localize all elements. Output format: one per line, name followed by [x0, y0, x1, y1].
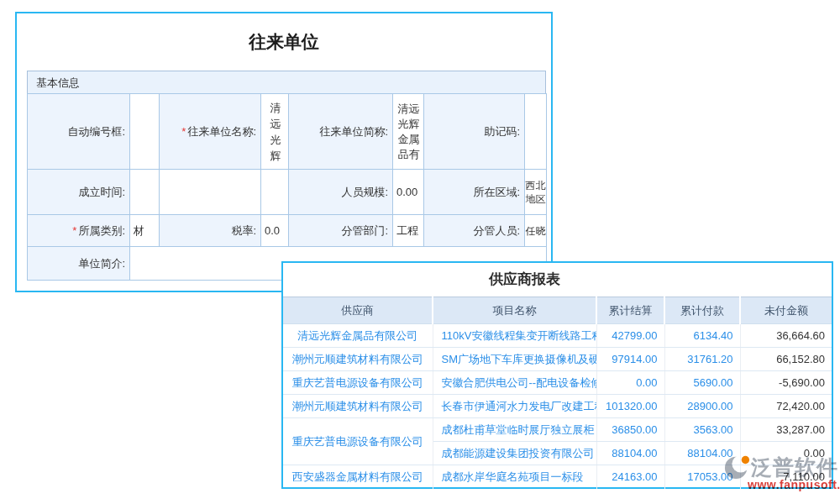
counterparty-form-panel: 往来单位 基本信息 自动编号框: *往来单位名称: 清远光辉 往来单位简称: 清…	[15, 12, 553, 292]
project-cell[interactable]: 110kV安徽线程集变开断线路工程	[433, 324, 596, 348]
empty-cell	[160, 170, 261, 215]
supplier-cell[interactable]: 重庆艺普电源设备有限公司	[283, 371, 433, 395]
manager-field[interactable]: 任晓	[525, 215, 547, 247]
staff-scale-field[interactable]: 0.00	[393, 170, 424, 215]
supplier-cell[interactable]: 清远光辉金属品有限公司	[283, 324, 433, 348]
paid-cell[interactable]: 6134.40	[664, 324, 740, 348]
intro-label: 单位简介:	[28, 247, 130, 281]
region-label: 所在区域:	[424, 170, 525, 215]
unpaid-cell: 72,420.00	[740, 395, 832, 418]
watermark-brand-text: 泛普软件	[751, 454, 838, 480]
basic-info-section: 基本信息 自动编号框: *往来单位名称: 清远光辉 往来单位简称: 清远光辉金属…	[27, 71, 546, 281]
unpaid-cell: 66,152.80	[740, 348, 832, 371]
settled-cell[interactable]: 101320.00	[596, 395, 664, 418]
category-field[interactable]: 材	[130, 215, 160, 247]
paid-cell[interactable]: 31761.20	[664, 348, 740, 371]
paid-cell[interactable]: 3563.00	[664, 418, 740, 442]
section-header-basic-info: 基本信息	[27, 71, 546, 94]
paid-cell[interactable]: 5690.00	[664, 371, 740, 395]
settled-cell[interactable]: 88104.00	[596, 442, 664, 465]
column-header-unpaid: 未付金额	[740, 297, 832, 324]
tax-rate-field[interactable]: 0.0	[261, 215, 289, 247]
project-cell[interactable]: 成都水岸华庭名苑项目一标段	[433, 465, 596, 489]
fanpu-logo-icon	[724, 454, 751, 480]
staff-scale-label: 人员规模:	[289, 170, 393, 215]
column-header-paid: 累计付款	[664, 297, 740, 324]
paid-cell[interactable]: 28900.00	[664, 395, 740, 418]
supplier-cell[interactable]: 潮州元顺建筑材料有限公司	[283, 395, 433, 418]
tax-rate-label: 税率:	[160, 215, 261, 247]
required-marker: *	[181, 125, 186, 138]
project-cell[interactable]: 长春市伊通河水力发电厂改建工程	[433, 395, 596, 418]
empty-cell	[261, 170, 289, 215]
table-row: 重庆艺普电源设备有限公司 安徽合肥供电公司--配电设备检修 0.00 5690.…	[283, 371, 832, 395]
short-name-label: 往来单位简称:	[289, 94, 393, 170]
established-field[interactable]	[130, 170, 160, 215]
required-marker: *	[72, 224, 76, 237]
mnemonic-field[interactable]	[525, 94, 547, 170]
report-header-row: 供应商 项目名称 累计结算 累计付款 未付金额	[283, 297, 832, 324]
established-label: 成立时间:	[28, 170, 130, 215]
unpaid-cell: -5,690.00	[740, 371, 832, 395]
supplier-cell[interactable]: 重庆艺普电源设备有限公司	[283, 418, 433, 465]
settled-cell[interactable]: 97914.00	[596, 348, 664, 371]
manager-label: 分管人员:	[424, 215, 525, 247]
settled-cell[interactable]: 24163.00	[596, 465, 664, 489]
table-row: 潮州元顺建筑材料有限公司 长春市伊通河水力发电厂改建工程 101320.00 2…	[283, 395, 832, 418]
unpaid-cell: 36,664.60	[740, 324, 832, 348]
department-label: 分管部门:	[289, 215, 393, 247]
category-label: *所属类别:	[28, 215, 130, 247]
page-title: 往来单位	[17, 30, 551, 54]
name-field[interactable]: 清远光辉	[261, 94, 289, 170]
auto-number-label: 自动编号框:	[28, 94, 130, 170]
settled-cell[interactable]: 0.00	[596, 371, 664, 395]
region-field[interactable]: 西北地区	[525, 170, 547, 215]
project-cell[interactable]: 成都杜甫草堂临时展厅独立展柜	[433, 418, 596, 442]
supplier-cell[interactable]: 西安盛器金属材料有限公司	[283, 465, 433, 489]
short-name-field[interactable]: 清远光辉金属品有	[393, 94, 424, 170]
column-header-supplier: 供应商	[283, 297, 433, 324]
column-header-settled: 累计结算	[596, 297, 664, 324]
table-row: 潮州元顺建筑材料有限公司 SM广场地下车库更换摄像机及硬盘 97914.00 3…	[283, 348, 832, 371]
supplier-cell[interactable]: 潮州元顺建筑材料有限公司	[283, 348, 433, 371]
settled-cell[interactable]: 36850.00	[596, 418, 664, 442]
column-header-project: 项目名称	[433, 297, 596, 324]
table-row: 重庆艺普电源设备有限公司 成都杜甫草堂临时展厅独立展柜 36850.00 356…	[283, 418, 832, 442]
project-cell[interactable]: SM广场地下车库更换摄像机及硬盘	[433, 348, 596, 371]
mnemonic-label: 助记码:	[424, 94, 525, 170]
report-title: 供应商报表	[283, 270, 766, 289]
vendor-watermark: 泛普软件 www.fanpusoft.com	[724, 454, 840, 491]
table-row: 清远光辉金属品有限公司 110kV安徽线程集变开断线路工程 42799.00 6…	[283, 324, 832, 348]
auto-number-field[interactable]	[130, 94, 160, 170]
counterparty-form-table: 自动编号框: *往来单位名称: 清远光辉 往来单位简称: 清远光辉金属品有 助记…	[27, 93, 547, 281]
project-cell[interactable]: 成都能源建设集团投资有限公司	[433, 442, 596, 465]
project-cell[interactable]: 安徽合肥供电公司--配电设备检修	[433, 371, 596, 395]
name-label: *往来单位名称:	[160, 94, 261, 170]
settled-cell[interactable]: 42799.00	[596, 324, 664, 348]
unpaid-cell: 33,287.00	[740, 418, 832, 442]
department-field[interactable]: 工程	[393, 215, 424, 247]
